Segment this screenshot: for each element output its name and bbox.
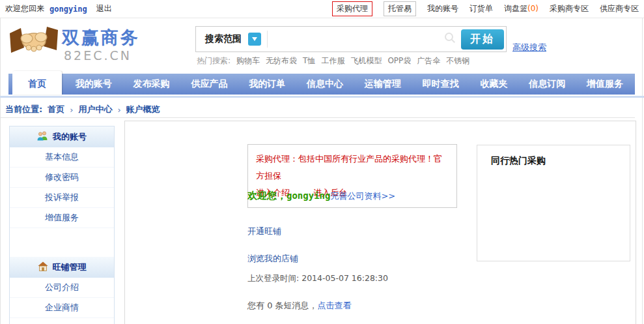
sidebar-item-complaint-report[interactable]: 投诉举报 [10, 188, 114, 208]
sidebar-spacer [10, 228, 114, 257]
tab-home[interactable]: 首页 [12, 71, 62, 95]
last-login-value: 2014-05-07 16:28:30 [301, 273, 388, 283]
breadcrumb-divider [0, 117, 635, 118]
page-right-border [642, 18, 643, 324]
tab-instant-find[interactable]: 即时查找 [415, 74, 467, 95]
search-start-button[interactable]: 开始 [461, 29, 504, 50]
my-account-link[interactable]: 我的账号 [427, 3, 458, 14]
search-bar: 搜索范围 开始 [195, 26, 507, 52]
topbar-username: gongying [49, 5, 87, 14]
tab-transport[interactable]: 运输管理 [357, 74, 409, 95]
sidebar-item-business-info[interactable]: 企业商情 [10, 298, 114, 318]
search-scope-label: 搜索范围 [205, 33, 242, 45]
supplier-zone-link[interactable]: 供应商专区 [600, 3, 639, 14]
tab-my-orders[interactable]: 我的订单 [241, 74, 293, 95]
topbar: 欢迎您回来 gongying 退出 采购代理 托管易 我的账号 订货单 询盘篮(… [0, 0, 644, 18]
hot-search-item[interactable]: 广告伞 [417, 55, 440, 66]
notice-text: 采购代理：包括中国所有行业产品的采购代理！官方担保 [256, 151, 449, 184]
users-icon [37, 131, 48, 143]
hot-search-item[interactable]: T恤 [303, 55, 315, 66]
hot-search-item[interactable]: 无纺布袋 [266, 55, 297, 66]
chevron-down-icon [252, 37, 257, 41]
sidebar-section-shop-management: 旺铺管理 [10, 257, 114, 278]
browse-my-shop-link[interactable]: 浏览我的店铺 [247, 253, 298, 265]
topbar-right: 采购代理 托管易 我的账号 订货单 询盘篮(0) 采购商专区 供应商专区 [332, 0, 639, 18]
tab-value-services[interactable]: 增值服务 [579, 74, 631, 95]
tab-my-account[interactable]: 我的账号 [68, 74, 120, 95]
tab-favorites[interactable]: 收藏夹 [472, 74, 515, 95]
hot-purchases-title: 同行热门采购 [491, 155, 630, 167]
last-login: 上次登录时间: 2014-05-07 16:28:30 [247, 273, 388, 284]
breadcrumb-separator: › [70, 105, 73, 115]
main-nav: 首页 我的账号 发布采购 供应产品 我的订单 信息中心 运输管理 即时查找 收藏… [8, 74, 635, 95]
sidebar-item-company-intro[interactable]: 公司介绍 [10, 278, 114, 298]
purchase-agent-link[interactable]: 采购代理 [332, 1, 372, 16]
hot-search-item[interactable]: OPP袋 [387, 55, 411, 66]
tab-post-purchase[interactable]: 发布采购 [126, 74, 178, 95]
handshake-logo-icon [9, 23, 59, 63]
logout-link[interactable]: 退出 [96, 3, 112, 14]
page-left-border [0, 18, 1, 324]
breadcrumb: 当前位置: 首页 › 用户中心 › 账户概览 [5, 104, 160, 115]
last-login-label: 上次登录时间: [247, 273, 299, 283]
welcome-back-text: 欢迎您回来 [5, 3, 44, 14]
nav-under-strip [0, 96, 644, 98]
hot-search-item[interactable]: 工作服 [321, 55, 344, 66]
tuoguanyi-link[interactable]: 托管易 [384, 1, 416, 16]
view-messages-link[interactable]: 点击查看 [318, 301, 352, 310]
search-scope-dropdown[interactable] [248, 33, 261, 46]
home-icon [38, 261, 48, 273]
tab-info-center[interactable]: 信息中心 [299, 74, 351, 95]
buyer-zone-link[interactable]: 采购商专区 [550, 3, 589, 14]
advanced-search-link[interactable]: 高级搜索 [512, 42, 546, 53]
order-form-link[interactable]: 订货单 [469, 3, 493, 14]
welcome-prefix: 欢迎您， [247, 190, 287, 201]
sidebar-section-my-account: 我的账号 [10, 126, 114, 147]
inquiry-basket-link[interactable]: 询盘篮(0) [504, 3, 539, 14]
welcome-username: gongying [287, 190, 330, 201]
messages-text: 您有 0 条短消息， [247, 301, 318, 310]
sidebar-item-change-password[interactable]: 修改密码 [10, 168, 114, 188]
site-name: 双赢商务 [62, 26, 140, 50]
breadcrumb-label: 当前位置: [5, 104, 42, 115]
hot-search-row: 热门搜索: 购物车 无纺布袋 T恤 工作服 飞机模型 OPP袋 广告伞 不锈钢 [197, 55, 469, 66]
search-icon [444, 32, 456, 46]
sidebar-item-value-services[interactable]: 增值服务 [10, 208, 114, 228]
sidebar-item-basic-info[interactable]: 基本信息 [10, 147, 114, 168]
inquiry-basket-label: 询盘篮 [504, 4, 527, 13]
hot-search-item[interactable]: 不锈钢 [446, 55, 469, 66]
main-content: 采购代理：包括中国所有行业产品的采购代理！官方担保 进入介绍 进入后台 欢迎您，… [124, 121, 636, 324]
tab-supply-products[interactable]: 供应产品 [183, 74, 235, 95]
sidebar-section-title: 旺铺管理 [53, 261, 87, 273]
hot-search-item[interactable]: 购物车 [236, 55, 260, 66]
breadcrumb-user-center[interactable]: 用户中心 [78, 104, 112, 115]
open-shop-link[interactable]: 开通旺铺 [247, 226, 281, 237]
breadcrumb-account-overview[interactable]: 账户概览 [126, 104, 160, 115]
breadcrumb-separator: › [117, 105, 120, 115]
hot-search-item[interactable]: 飞机模型 [350, 55, 382, 66]
complete-profile-link[interactable]: 完善公司资料>> [330, 191, 395, 201]
messages-line: 您有 0 条短消息，点击查看 [247, 300, 352, 312]
welcome-line: 欢迎您，gongying完善公司资料>> [247, 190, 395, 202]
breadcrumb-home[interactable]: 首页 [48, 104, 64, 115]
inquiry-count-badge: (0) [527, 4, 539, 13]
topbar-left: 欢迎您回来 gongying 退出 [5, 0, 112, 18]
search-input[interactable] [268, 29, 444, 49]
tab-subscriptions[interactable]: 信息订阅 [521, 74, 573, 95]
sidebar: 我的账号 基本信息 修改密码 投诉举报 增值服务 旺铺管理 公司介绍 企业商情 [9, 126, 115, 324]
hot-search-label: 热门搜索: [197, 55, 231, 66]
site-domain: 82EC.CN [64, 48, 132, 63]
sidebar-section-title: 我的账号 [53, 131, 87, 143]
hot-purchases-panel: 同行热门采购 [477, 145, 630, 261]
page: 欢迎您回来 gongying 退出 采购代理 托管易 我的账号 订货单 询盘篮(… [0, 0, 644, 324]
